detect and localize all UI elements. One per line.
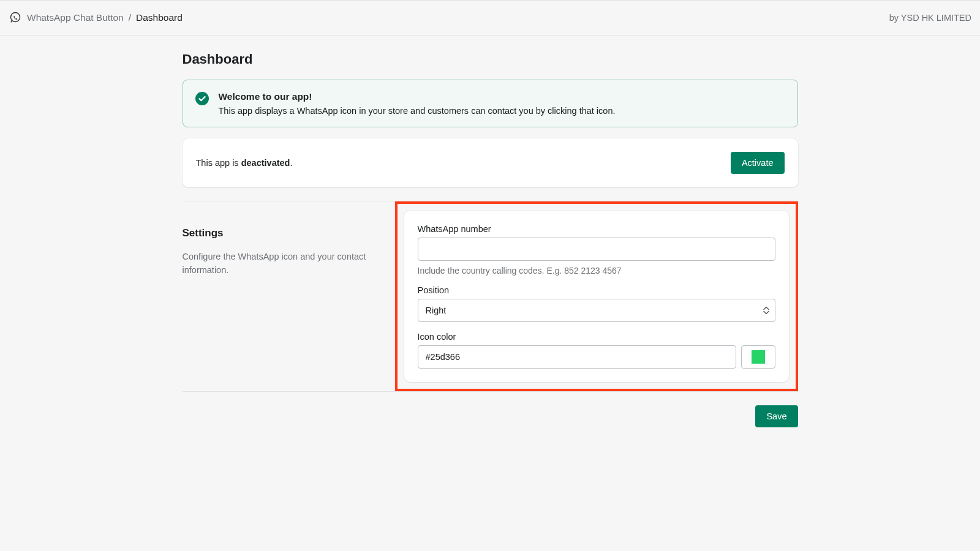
status-suffix: .: [290, 158, 292, 168]
settings-panel: WhatsApp number Include the country call…: [404, 211, 789, 382]
page-content: Dashboard Welcome to our app! This app d…: [183, 36, 798, 427]
position-select[interactable]: Right: [418, 299, 775, 322]
whatsapp-number-input[interactable]: [418, 238, 775, 261]
banner-title: Welcome to our app!: [219, 91, 616, 102]
breadcrumb-current: Dashboard: [136, 12, 183, 23]
check-circle-icon: [195, 92, 209, 105]
field-position: Position Right: [418, 285, 775, 322]
divider-bottom: [183, 391, 798, 392]
icon-color-label: Icon color: [418, 332, 775, 342]
settings-heading: Settings: [183, 227, 382, 239]
breadcrumb-separator: /: [129, 12, 131, 23]
whatsapp-number-label: WhatsApp number: [418, 224, 775, 234]
page-title: Dashboard: [183, 51, 798, 67]
position-label: Position: [418, 285, 775, 295]
breadcrumb-app-name[interactable]: WhatsApp Chat Button: [27, 12, 124, 23]
color-swatch: [752, 350, 765, 364]
color-swatch-button[interactable]: [741, 345, 775, 369]
banner-body: This app displays a WhatsApp icon in you…: [219, 106, 616, 116]
top-bar: WhatsApp Chat Button / Dashboard by YSD …: [0, 0, 980, 36]
save-row: Save: [183, 405, 798, 427]
welcome-banner: Welcome to our app! This app displays a …: [183, 80, 798, 127]
settings-description: Configure the WhatsApp icon and your con…: [183, 250, 382, 277]
field-icon-color: Icon color: [418, 332, 775, 369]
save-button[interactable]: Save: [755, 405, 797, 427]
status-prefix: This app is: [196, 158, 241, 168]
byline: by YSD HK LIMITED: [889, 13, 971, 23]
settings-section: Settings Configure the WhatsApp icon and…: [183, 201, 798, 391]
banner-content: Welcome to our app! This app displays a …: [219, 91, 616, 116]
icon-color-input[interactable]: [418, 345, 736, 369]
status-card: This app is deactivated. Activate: [183, 138, 798, 187]
status-state: deactivated: [241, 158, 290, 168]
breadcrumb: WhatsApp Chat Button / Dashboard: [9, 11, 183, 24]
whatsapp-icon: [9, 11, 22, 24]
whatsapp-number-help: Include the country calling codes. E.g. …: [418, 266, 775, 276]
activate-button[interactable]: Activate: [731, 152, 785, 174]
settings-aside: Settings Configure the WhatsApp icon and…: [183, 201, 382, 391]
svg-point-1: [195, 92, 209, 105]
status-text: This app is deactivated.: [196, 158, 293, 168]
field-whatsapp-number: WhatsApp number Include the country call…: [418, 224, 775, 276]
settings-panel-highlight: WhatsApp number Include the country call…: [395, 201, 798, 391]
